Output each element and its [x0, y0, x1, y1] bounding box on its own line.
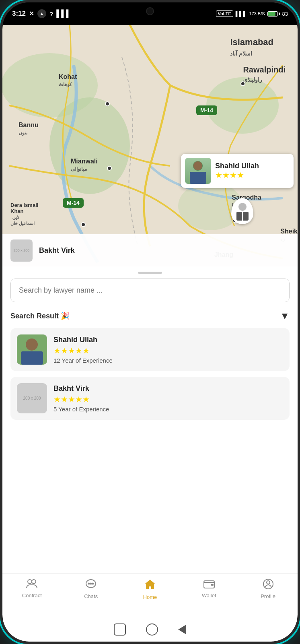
nav-label-wallet: Wallet — [202, 592, 216, 599]
svg-point-19 — [92, 583, 94, 584]
nav-item-home[interactable]: Home — [121, 578, 180, 600]
map-background: Islamabadاسلام آباد Rawalpindiراولپنڈی K… — [2, 25, 298, 266]
search-result-label: Search Result 🎉 — [10, 312, 70, 320]
nav-item-contract[interactable]: Contract — [2, 578, 62, 599]
city-dot-kohat — [105, 101, 110, 106]
city-rawalpindi: Rawalpindiراولپنڈی — [243, 65, 286, 84]
data-speed: 173 B/S — [249, 11, 265, 16]
bottom-strip-name: Bakht Virk — [39, 246, 75, 255]
signal-bars: ▌▌▌ — [56, 10, 71, 18]
svg-point-17 — [88, 583, 90, 584]
nav-icon-wallet — [203, 578, 215, 590]
city-bannu: Bannuبنوں — [18, 122, 39, 136]
gesture-back-triangle[interactable] — [178, 625, 186, 634]
svg-point-14 — [28, 580, 32, 584]
lawyer-name-shahid: Shahid Ullah — [53, 336, 113, 344]
lawyer-name-bakht: Bakht Virk — [53, 384, 109, 393]
nav-icon-chats — [85, 578, 97, 591]
map-lawyer-info: Shahid Ullah ★★★★ — [215, 162, 259, 180]
search-input[interactable] — [10, 279, 290, 302]
lawyer-card-shahid[interactable]: Shahid Ullah ★★★★★ 12 Year of Experience — [10, 328, 290, 371]
nav-bar: Contract Chats — [2, 573, 298, 617]
nav-icon-profile — [263, 578, 274, 591]
bottom-panel: Search Result 🎉 ▼ Shahid Ullah ★★★★★ 12 … — [2, 279, 298, 573]
search-result-header: Search Result 🎉 ▼ — [10, 310, 290, 322]
x-icon: ✕ — [29, 10, 34, 17]
city-dot-islamabad — [240, 81, 245, 86]
city-kohat: Kohatکوهاٹ — [59, 73, 77, 88]
svg-rect-6 — [190, 172, 206, 184]
nav-icon-contract — [26, 578, 38, 590]
volte-badge: VoLTE — [216, 10, 233, 17]
gesture-bar — [2, 617, 298, 642]
nav-icon-home — [144, 578, 156, 592]
nav-item-profile[interactable]: Profile — [238, 578, 298, 599]
map-area[interactable]: Islamabadاسلام آباد Rawalpindiراولپنڈی K… — [2, 25, 298, 266]
status-left: 3:12 ✕ ▲ ? ▌▌▌ — [12, 9, 71, 18]
battery-percent: 83 — [282, 11, 288, 17]
signal-question: ? — [49, 10, 53, 17]
gesture-home-btn[interactable] — [146, 623, 158, 636]
lawyer-avatar-shahid — [17, 334, 47, 365]
city-islamabad: Islamabadاسلام آباد — [230, 37, 273, 58]
lawyer-stars-shahid: ★★★★★ — [53, 346, 113, 355]
city-dot-mianwali — [107, 166, 112, 171]
svg-point-2 — [49, 97, 130, 194]
svg-point-8 — [238, 203, 247, 211]
filter-icon[interactable]: ▼ — [280, 310, 290, 322]
nav-item-chats[interactable]: Chats — [62, 578, 121, 599]
status-bar: 3:12 ✕ ▲ ? ▌▌▌ VoLTE ▌▌▌ 173 B/S 83 — [2, 2, 298, 25]
map-marker-second[interactable] — [231, 198, 253, 224]
map-lawyer-avatar — [185, 158, 211, 184]
lawyer-info-bakht: Bakht Virk ★★★★★ 5 Year of Experience — [53, 384, 109, 413]
map-lawyer-stars: ★★★★ — [215, 170, 259, 180]
highway-badge-top: M-14 — [196, 105, 217, 115]
city-dot-dera — [81, 222, 86, 227]
lawyer-stars-bakht: ★★★★★ — [53, 394, 109, 404]
svg-point-7 — [193, 161, 202, 170]
city-mianwali: Mianwaliمیانوالی — [71, 158, 98, 172]
bottom-strip-avatar: 200 x 200 — [10, 239, 33, 262]
svg-point-15 — [32, 580, 36, 584]
map-bottom-strip[interactable]: 200 x 200 Bakht Virk — [2, 234, 298, 266]
svg-rect-21 — [211, 584, 214, 586]
drag-handle[interactable] — [2, 266, 298, 279]
arrow-icon: ▲ — [37, 9, 46, 18]
city-dera: Dera IsmailKhanڈیرہاسماعیل خان — [10, 202, 38, 226]
lawyer-avatar-bakht: 200 x 200 — [17, 383, 47, 413]
nav-item-wallet[interactable]: Wallet — [179, 578, 238, 599]
lawyer-info-shahid: Shahid Ullah ★★★★★ 12 Year of Experience — [53, 336, 113, 364]
lawyer-exp-bakht: 5 Year of Experience — [53, 406, 109, 413]
battery-indicator — [267, 11, 280, 17]
nav-label-profile: Profile — [261, 593, 275, 599]
svg-point-18 — [90, 583, 92, 584]
phone-screen: 3:12 ✕ ▲ ? ▌▌▌ VoLTE ▌▌▌ 173 B/S 83 — [2, 2, 298, 642]
lawyer-card-bakht[interactable]: 200 x 200 Bakht Virk ★★★★★ 5 Year of Exp… — [10, 377, 290, 420]
highway-badge-bottom: M-14 — [63, 198, 84, 208]
map-svg — [2, 25, 298, 266]
lawyer-exp-shahid: 12 Year of Experience — [53, 357, 113, 364]
phone-frame: 3:12 ✕ ▲ ? ▌▌▌ VoLTE ▌▌▌ 173 B/S 83 — [0, 0, 300, 644]
drag-bar — [138, 272, 162, 274]
avatar-shahid-map — [185, 158, 211, 184]
signal-bars-right: ▌▌▌ — [236, 11, 247, 17]
nav-label-chats: Chats — [84, 593, 98, 599]
status-right: VoLTE ▌▌▌ 173 B/S 83 — [216, 10, 288, 17]
gesture-back-btn[interactable] — [114, 623, 126, 636]
time-display: 3:12 — [12, 10, 26, 18]
camera-notch — [146, 7, 154, 15]
map-lawyer-card[interactable]: Shahid Ullah ★★★★ — [181, 154, 294, 188]
nav-label-home: Home — [143, 594, 157, 600]
nav-label-contract: Contract — [22, 592, 42, 599]
svg-rect-13 — [21, 351, 43, 365]
svg-point-12 — [26, 339, 38, 351]
map-lawyer-name: Shahid Ullah — [215, 162, 259, 170]
svg-point-23 — [267, 581, 270, 584]
